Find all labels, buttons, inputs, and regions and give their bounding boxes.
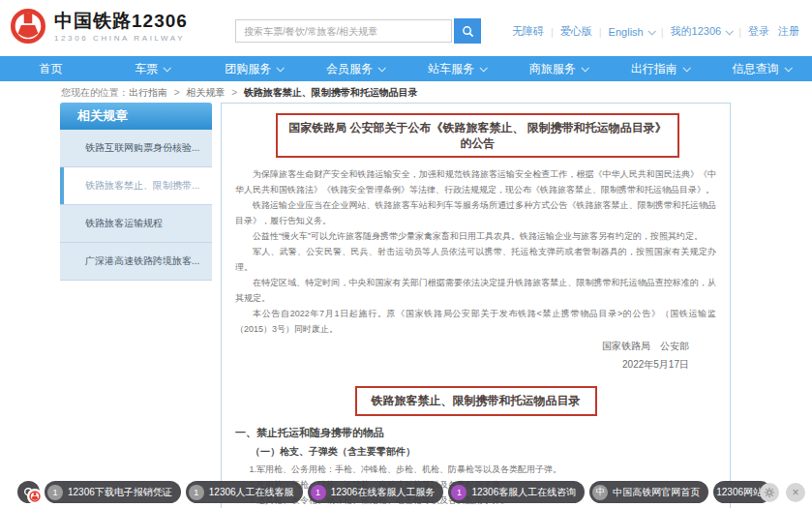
breadcrumb: 您现在的位置：出行指南 > 相关规章 > 铁路旅客禁止、限制携带和托运物品目录 bbox=[61, 86, 418, 100]
article-paragraph: 本公告自2022年7月1日起施行。原《国家铁路局公安部关于发布铁路<禁止携带物品… bbox=[235, 306, 716, 337]
header-link-separator: | bbox=[661, 26, 664, 38]
logo-text: 中国铁路12306 12306 CHINA RAILWAY bbox=[54, 11, 188, 43]
logo[interactable]: 中国铁路12306 12306 CHINA RAILWAY bbox=[10, 8, 188, 45]
article-paragraph: 在特定区域、特定时间，中央和国家有关部门根据需要依法决定提升铁路旅客禁止、限制携… bbox=[235, 275, 716, 306]
logo-subtitle: 12306 CHINA RAILWAY bbox=[54, 34, 188, 43]
sidebar-title: 相关规章 bbox=[60, 103, 212, 130]
main-content: 国家铁路局 公安部关于公布《铁路旅客禁止、 限制携带和托运物品目录》的公告 为保… bbox=[221, 103, 731, 508]
nav-item-label: 车票 bbox=[135, 61, 158, 77]
header-link[interactable]: 登录 bbox=[748, 24, 769, 39]
article-signature: 国家铁路局 公安部 bbox=[235, 337, 716, 355]
nav-item-label: 站车服务 bbox=[428, 61, 474, 77]
nav-item[interactable]: 会员服务 bbox=[305, 56, 406, 81]
article-paragraphs: 为保障旅客生命财产安全和铁路运输安全，加强和规范铁路旅客运输安全检查工作，根据《… bbox=[235, 166, 716, 337]
nav-item[interactable]: 信息查询 bbox=[710, 56, 812, 81]
quickbar-pill[interactable]: 112306人工在线客服 bbox=[186, 481, 303, 503]
pill-label: 12306客服人工在线咨询 bbox=[471, 486, 576, 499]
nav-item[interactable]: 首页 bbox=[0, 56, 102, 81]
sidebar-item[interactable]: 广深港高速铁路跨境旅客... bbox=[60, 243, 212, 281]
breadcrumb-link[interactable]: 出行指南 bbox=[129, 87, 167, 98]
railway-logo-icon bbox=[29, 491, 41, 502]
subsection-heading: （一）枪支、子弹类（含主要零部件） bbox=[235, 445, 716, 459]
article-paragraph: 军人、武警、公安民警、民兵、射击运动员等人员依法可以携带、托运枪支弹药或者管制器… bbox=[235, 244, 716, 275]
chevron-down-icon bbox=[581, 64, 588, 72]
header-link-separator: | bbox=[551, 26, 554, 38]
search-input[interactable] bbox=[235, 19, 452, 43]
pill-badge bbox=[27, 489, 43, 504]
chevron-down-icon bbox=[784, 64, 792, 72]
chevron-down-icon bbox=[479, 64, 487, 72]
header: 中国铁路12306 12306 CHINA RAILWAY 无障碍|爱心版|En… bbox=[0, 0, 812, 56]
nav-item[interactable]: 站车服务 bbox=[406, 56, 508, 81]
header-link[interactable]: 爱心版 bbox=[560, 24, 592, 39]
chevron-down-icon bbox=[164, 64, 171, 72]
float-tools: × bbox=[760, 483, 805, 502]
quickbar-pill[interactable]: 中中国高铁网官网首页 bbox=[589, 481, 708, 503]
header-link-separator: | bbox=[599, 26, 602, 38]
nav-item-label: 团购服务 bbox=[225, 61, 271, 77]
nav-item-label: 商旅服务 bbox=[529, 61, 576, 77]
pill-badge: 中 bbox=[592, 485, 608, 500]
pill-badge: 1 bbox=[451, 485, 466, 500]
close-button[interactable]: × bbox=[786, 483, 805, 502]
quickbar: 112306下载电子报销凭证112306人工在线客服112306在线客服人工服务… bbox=[17, 481, 771, 503]
header-link[interactable]: 注册 bbox=[778, 24, 799, 39]
nav-item-label: 会员服务 bbox=[326, 61, 373, 77]
chevron-down-icon bbox=[647, 27, 655, 35]
nav-item-label: 首页 bbox=[39, 61, 62, 77]
pill-badge: 1 bbox=[311, 485, 326, 500]
chevron-down-icon bbox=[277, 64, 285, 72]
quickbar-pill[interactable]: 112306下载电子报销凭证 bbox=[45, 481, 181, 503]
chevron-down-icon bbox=[378, 64, 386, 72]
pill-label: 12306下载电子报销凭证 bbox=[68, 486, 172, 499]
sidebar-item[interactable]: 铁路旅客禁止、限制携带... bbox=[60, 167, 212, 205]
nav-item-label: 信息查询 bbox=[733, 61, 779, 77]
search-icon bbox=[462, 25, 474, 38]
quickbar-pill[interactable]: 112306在线客服人工服务 bbox=[308, 481, 444, 503]
nav-item[interactable]: 商旅服务 bbox=[507, 56, 609, 81]
breadcrumb-separator: > bbox=[171, 87, 182, 98]
pill-label: 12306网站 bbox=[716, 486, 763, 499]
sidebar: 相关规章 铁路互联网购票身份核验...铁路旅客禁止、限制携带...铁路旅客运输规… bbox=[60, 103, 212, 281]
breadcrumb-separator: > bbox=[228, 87, 239, 98]
nav-item[interactable]: 团购服务 bbox=[203, 56, 305, 81]
article-title-box: 国家铁路局 公安部关于公布《铁路旅客禁止、 限制携带和托运物品目录》的公告 bbox=[276, 113, 679, 158]
gear-icon bbox=[764, 487, 775, 498]
railway-logo-icon bbox=[10, 8, 46, 45]
nav-item[interactable]: 出行指南 bbox=[609, 56, 710, 81]
search-button[interactable] bbox=[454, 18, 481, 44]
article-paragraph: 为保障旅客生命财产安全和铁路运输安全，加强和规范铁路旅客运输安全检查工作，根据《… bbox=[235, 166, 716, 197]
close-icon: × bbox=[792, 486, 798, 499]
pill-badge: 1 bbox=[189, 485, 204, 500]
pill-badge: 1 bbox=[47, 485, 63, 500]
article-paragraph: 铁路运输企业应当在企业网站、铁路旅客车站和列车等服务场所通过多种方式公告《铁路旅… bbox=[235, 197, 716, 228]
chevron-down-icon bbox=[726, 27, 734, 35]
article-paragraph: 公益性“慢火车”可以允许旅客随身携带少量家禽家畜和日用工具农具。铁路运输企业与旅… bbox=[235, 228, 716, 244]
header-links: 无障碍|爱心版|English|我的12306|登录注册 bbox=[512, 24, 799, 39]
list-item: 1.军用枪、公务用枪：手枪、冲锋枪、步枪、机枪、防暴枪等以及各类配用子弹。 bbox=[235, 462, 716, 477]
breadcrumb-link[interactable]: 相关规章 bbox=[186, 87, 225, 98]
pill-label: 12306人工在线客服 bbox=[209, 486, 294, 499]
header-search bbox=[235, 18, 481, 44]
header-link[interactable]: 我的12306 bbox=[671, 24, 733, 39]
chevron-down-icon bbox=[682, 64, 690, 72]
sidebar-items: 铁路互联网购票身份核验...铁路旅客禁止、限制携带...铁路旅客运输规程广深港高… bbox=[60, 130, 212, 281]
settings-button[interactable] bbox=[760, 483, 779, 502]
pill-label: 12306在线客服人工服务 bbox=[331, 486, 436, 499]
article-date: 2022年5月17日 bbox=[235, 355, 716, 374]
logo-title: 中国铁路12306 bbox=[54, 11, 188, 32]
sidebar-item[interactable]: 铁路互联网购票身份核验... bbox=[60, 130, 212, 167]
pill-label: 中国高铁网官网首页 bbox=[613, 486, 700, 499]
page: 中国铁路12306 12306 CHINA RAILWAY 无障碍|爱心版|En… bbox=[0, 0, 812, 508]
header-link[interactable]: 无障碍 bbox=[512, 24, 544, 39]
breadcrumb-current: 铁路旅客禁止、限制携带和托运物品目录 bbox=[244, 87, 418, 98]
header-link[interactable]: English bbox=[609, 26, 654, 38]
nav-item-label: 出行指南 bbox=[631, 61, 677, 77]
catalog-title-box: 铁路旅客禁止、限制携带和托运物品目录 bbox=[355, 386, 597, 416]
section-heading: 一、禁止托运和随身携带的物品 bbox=[235, 426, 716, 440]
nav-item[interactable]: 车票 bbox=[102, 56, 203, 81]
breadcrumb-prefix: 您现在的位置： bbox=[61, 87, 129, 98]
sidebar-item[interactable]: 铁路旅客运输规程 bbox=[60, 205, 212, 243]
quickbar-pill[interactable]: 112306客服人工在线咨询 bbox=[448, 481, 585, 503]
main-nav: 首页车票团购服务会员服务站车服务商旅服务出行指南信息查询 bbox=[0, 56, 812, 81]
